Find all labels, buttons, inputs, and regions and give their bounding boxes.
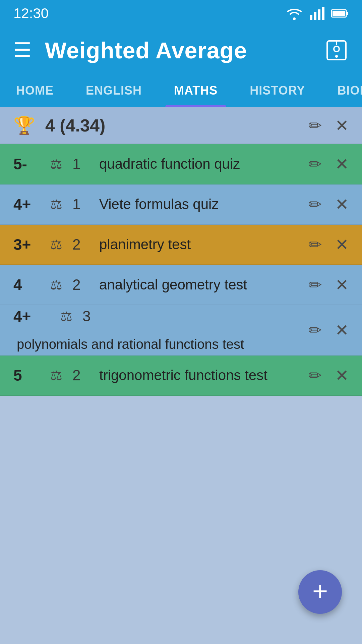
status-time: 12:30 — [13, 5, 49, 21]
tab-maths[interactable]: MATHS — [158, 74, 234, 107]
summary-row: 🏆 4 (4.34) ✏ ✕ — [0, 107, 362, 144]
svg-rect-6 — [333, 11, 345, 16]
summary-grade: 4 (4.34) — [45, 115, 105, 136]
grade-value-4: 4 — [13, 276, 40, 294]
grade-value-2: 4+ — [13, 195, 40, 213]
summary-actions: ✏ ✕ — [308, 116, 349, 135]
weight-value-6: 2 — [72, 367, 86, 384]
grade-list: 5- ⚖ 1 quadratic function quiz ✏ ✕ 4+ ⚖ … — [0, 144, 362, 396]
weight-value-5: 3 — [82, 308, 96, 325]
grade-value-3: 3+ — [13, 235, 40, 254]
weight-icon-2: ⚖ — [50, 197, 62, 212]
battery-icon — [331, 8, 349, 18]
tab-history[interactable]: HISTORY — [234, 74, 321, 107]
toolbar-left: ☰ Weighted Average — [13, 37, 247, 63]
edit-button-6[interactable]: ✏ — [308, 366, 322, 385]
edit-button-4[interactable]: ✏ — [308, 275, 322, 294]
weight-icon-3: ⚖ — [50, 237, 62, 252]
grade-item-4: 4 ⚖ 2 analytical geometry test ✏ ✕ — [0, 265, 362, 305]
weight-value-1: 1 — [72, 156, 86, 172]
tab-home[interactable]: HOME — [0, 74, 70, 107]
delete-button-4[interactable]: ✕ — [335, 275, 349, 294]
grade-item-3: 3+ ⚖ 2 planimetry test ✏ ✕ — [0, 225, 362, 265]
summary-delete-button[interactable]: ✕ — [335, 116, 349, 135]
tab-biology[interactable]: BIOLOGY — [321, 74, 362, 107]
svg-rect-5 — [347, 12, 348, 15]
grade-item-1: 5- ⚖ 1 quadratic function quiz ✏ ✕ — [0, 144, 362, 184]
hamburger-icon[interactable]: ☰ — [13, 40, 32, 60]
weight-value-4: 2 — [72, 276, 86, 293]
grade-name-3: planimetry test — [99, 236, 191, 253]
grade-name-4: analytical geometry test — [99, 277, 247, 293]
edit-button-1[interactable]: ✏ — [308, 155, 322, 173]
weight-value-2: 1 — [72, 196, 86, 213]
delete-button-3[interactable]: ✕ — [335, 235, 349, 254]
grade-item-6: 5 ⚖ 2 trigonometric functions test ✏ ✕ — [0, 356, 362, 396]
signal-icon — [310, 7, 324, 20]
grade-value-6: 5 — [13, 366, 40, 384]
delete-button-6[interactable]: ✕ — [335, 366, 349, 385]
weight-value-3: 2 — [72, 236, 86, 253]
grade-item-5: 4+ ⚖ 3 polynomials and rational function… — [0, 305, 362, 356]
weight-icon-1: ⚖ — [50, 156, 62, 172]
weight-icon-6: ⚖ — [50, 368, 62, 383]
svg-rect-0 — [310, 15, 312, 20]
delete-button-5[interactable]: ✕ — [335, 321, 349, 339]
grade-name-6: trigonometric functions test — [99, 367, 267, 383]
grade-value-5: 4+ — [13, 307, 40, 325]
app-title: Weighted Average — [45, 37, 247, 63]
tab-english[interactable]: ENGLISH — [70, 74, 158, 107]
grade-value-1: 5- — [13, 155, 40, 173]
toolbar: ☰ Weighted Average — [0, 27, 362, 74]
grade-name-5: polynomials and rational functions test — [17, 335, 244, 353]
delete-button-2[interactable]: ✕ — [335, 195, 349, 214]
svg-rect-3 — [322, 7, 324, 20]
settings-icon — [326, 40, 347, 61]
weight-icon-5: ⚖ — [60, 309, 72, 324]
status-icons — [286, 7, 349, 20]
grade-item-2: 4+ ⚖ 1 Viete formulas quiz ✏ ✕ — [0, 184, 362, 225]
add-icon: + — [312, 578, 328, 605]
award-icon: 🏆 — [13, 115, 35, 136]
status-bar: 12:30 — [0, 0, 362, 27]
wifi-icon — [286, 7, 303, 20]
svg-point-9 — [335, 55, 338, 58]
svg-rect-2 — [318, 9, 320, 20]
summary-left: 🏆 4 (4.34) — [13, 115, 105, 136]
grade-name-2: Viete formulas quiz — [99, 196, 219, 212]
edit-button-2[interactable]: ✏ — [308, 195, 322, 214]
svg-rect-1 — [314, 12, 316, 20]
tabs-bar: HOME ENGLISH MATHS HISTORY BIOLOGY CH... — [0, 74, 362, 107]
empty-area — [0, 396, 362, 530]
settings-button[interactable] — [324, 38, 349, 62]
add-grade-fab[interactable]: + — [298, 570, 342, 614]
edit-button-3[interactable]: ✏ — [308, 235, 322, 254]
weight-icon-4: ⚖ — [50, 277, 62, 292]
edit-button-5[interactable]: ✏ — [308, 321, 322, 339]
grade-name-1: quadratic function quiz — [99, 156, 240, 172]
summary-edit-button[interactable]: ✏ — [308, 116, 322, 135]
delete-button-1[interactable]: ✕ — [335, 155, 349, 173]
svg-point-8 — [334, 46, 339, 52]
